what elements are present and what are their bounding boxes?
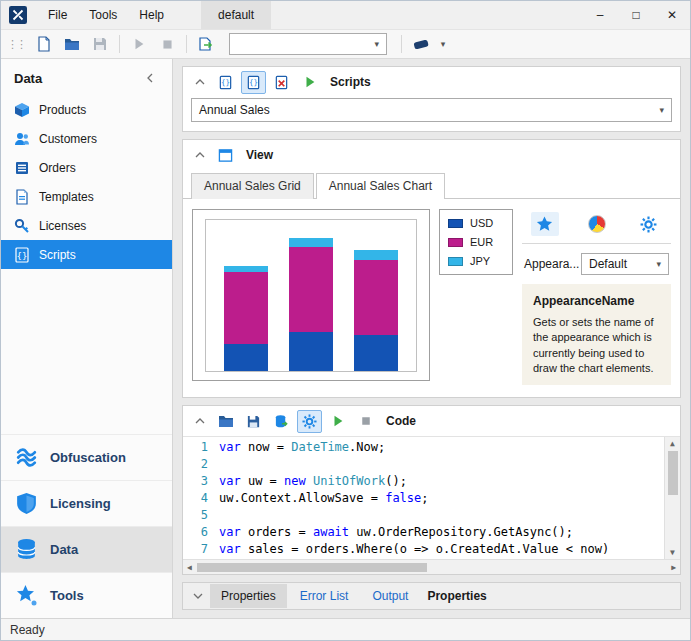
- database-export-icon: [274, 414, 289, 429]
- svg-text:{}: {}: [17, 250, 28, 260]
- sidebar-item-orders[interactable]: Orders: [1, 153, 172, 182]
- export-button[interactable]: [193, 32, 219, 56]
- scripts-icon: {}: [14, 247, 30, 263]
- scroll-up-arrow[interactable]: ▲: [670, 439, 675, 448]
- tools-star-icon: [14, 583, 39, 608]
- code-panel-header: Code: [183, 406, 680, 436]
- new-document-icon: [36, 36, 52, 52]
- sidebar-spacer: [1, 269, 172, 434]
- save-button[interactable]: [87, 32, 113, 56]
- code-text: var now = DateTime.Now;: [219, 439, 385, 456]
- sidebar-item-scripts[interactable]: {} Scripts: [1, 240, 172, 269]
- palette-tab-button[interactable]: [583, 212, 611, 236]
- nav-item-data[interactable]: Data: [1, 526, 172, 572]
- scroll-right-arrow[interactable]: ▶: [671, 563, 676, 572]
- sidebar-item-products[interactable]: Products: [1, 95, 172, 124]
- run-script-button[interactable]: [297, 71, 322, 94]
- collapse-code-button[interactable]: [190, 411, 210, 431]
- sidebar-title: Data: [14, 71, 42, 86]
- nav-item-label: Data: [50, 542, 78, 557]
- settings-tab-button[interactable]: [635, 212, 663, 236]
- view-panel-header: View: [183, 140, 680, 170]
- code-line: 1var now = DateTime.Now;: [183, 439, 664, 456]
- content-area: Data Products Customers Orders Templates: [1, 59, 690, 618]
- nav-item-licensing[interactable]: Licensing: [1, 480, 172, 526]
- edit-script-button[interactable]: {}: [241, 71, 266, 94]
- code-text: var orders = await uw.OrderRepository.Ge…: [219, 524, 573, 541]
- minimize-button[interactable]: –: [582, 1, 618, 29]
- line-number: 7: [183, 541, 219, 558]
- export-data-button[interactable]: [269, 410, 294, 433]
- delete-script-button[interactable]: [269, 71, 294, 94]
- save-code-button[interactable]: [241, 410, 266, 433]
- horizontal-scroll-thumb[interactable]: [197, 563, 427, 572]
- run-button[interactable]: [126, 32, 152, 56]
- tab-annual-sales-grid[interactable]: Annual Sales Grid: [191, 173, 314, 199]
- horizontal-scrollbar[interactable]: ◀ ▶: [183, 559, 680, 574]
- new-document-button[interactable]: [31, 32, 57, 56]
- legend-swatch: [448, 238, 463, 247]
- sidebar-item-licenses[interactable]: Licenses: [1, 211, 172, 240]
- sidebar-item-customers[interactable]: Customers: [1, 124, 172, 153]
- legend-label: USD: [470, 217, 493, 229]
- vertical-scrollbar[interactable]: ▲ ▼: [664, 437, 680, 559]
- nav-item-tools[interactable]: Tools: [1, 572, 172, 618]
- obfuscation-icon: [14, 445, 39, 470]
- tab-error-list[interactable]: Error List: [289, 584, 360, 608]
- expand-bottom-panel-button[interactable]: [188, 586, 208, 606]
- tab-properties[interactable]: Properties: [210, 584, 287, 608]
- stop-code-button[interactable]: [353, 410, 378, 433]
- open-button[interactable]: [59, 32, 85, 56]
- property-description: Gets or sets the name of the appearance …: [533, 315, 660, 377]
- collapse-scripts-button[interactable]: [190, 72, 210, 92]
- maximize-button[interactable]: □: [618, 1, 654, 29]
- sidebar-item-templates[interactable]: Templates: [1, 182, 172, 211]
- close-button[interactable]: ✕: [654, 1, 690, 29]
- bar-segment-eur: [224, 272, 268, 344]
- collapse-view-button[interactable]: [190, 145, 210, 165]
- vertical-scroll-thumb[interactable]: [668, 451, 678, 495]
- view-panel: View Annual Sales Grid Annual Sales Char…: [182, 139, 681, 398]
- code-line: 3var uw = new UnitOfWork();: [183, 473, 664, 490]
- open-code-button[interactable]: [213, 410, 238, 433]
- script-edit-icon: {}: [246, 75, 261, 90]
- save-icon: [92, 36, 108, 52]
- eraser-button[interactable]: [408, 32, 434, 56]
- eraser-icon: [412, 36, 430, 52]
- document-tab-default[interactable]: default: [201, 1, 271, 29]
- tab-output[interactable]: Output: [361, 584, 419, 608]
- chart-plot-area: [205, 219, 417, 372]
- stop-button[interactable]: [154, 32, 180, 56]
- scripts-panel: {} {} Scripts Annual Sales: [182, 66, 681, 132]
- open-folder-icon: [218, 413, 234, 429]
- run-code-button[interactable]: [325, 410, 350, 433]
- menu-tools[interactable]: Tools: [78, 1, 128, 29]
- toolbar-combobox[interactable]: ▾: [229, 33, 387, 55]
- collapse-sidebar-button[interactable]: [140, 68, 160, 88]
- script-combobox[interactable]: Annual Sales ▾: [191, 98, 672, 122]
- sidebar-item-label: Scripts: [39, 248, 76, 262]
- svg-text:{}: {}: [221, 78, 230, 87]
- menu-file[interactable]: File: [37, 1, 78, 29]
- appearance-combobox-value: Default: [589, 257, 627, 271]
- chart-bar: [354, 250, 398, 372]
- chevron-down-icon: ▾: [656, 259, 661, 269]
- code-settings-button[interactable]: [297, 410, 322, 433]
- scroll-left-arrow[interactable]: ◀: [187, 563, 192, 572]
- legend-swatch: [448, 257, 463, 266]
- toolbar-grip[interactable]: ⋮⋮: [7, 38, 25, 51]
- open-folder-icon: [64, 36, 80, 52]
- menu-help[interactable]: Help: [128, 1, 175, 29]
- tab-annual-sales-chart[interactable]: Annual Sales Chart: [316, 173, 445, 199]
- toolbar-separator: [401, 35, 402, 53]
- line-number: 1: [183, 439, 219, 456]
- favorites-tab-button[interactable]: [531, 212, 559, 236]
- chart-properties-column: Appeara... Default ▾ AppearanceName Gets…: [522, 209, 671, 385]
- new-script-button[interactable]: {}: [213, 71, 238, 94]
- code-editor[interactable]: 1var now = DateTime.Now;23var uw = new U…: [183, 436, 680, 574]
- appearance-combobox[interactable]: Default ▾: [581, 253, 669, 275]
- scroll-down-arrow[interactable]: ▼: [670, 548, 675, 557]
- eraser-dropdown-button[interactable]: ▾: [436, 32, 450, 56]
- products-icon: [14, 102, 30, 118]
- nav-item-obfuscation[interactable]: Obfuscation: [1, 434, 172, 480]
